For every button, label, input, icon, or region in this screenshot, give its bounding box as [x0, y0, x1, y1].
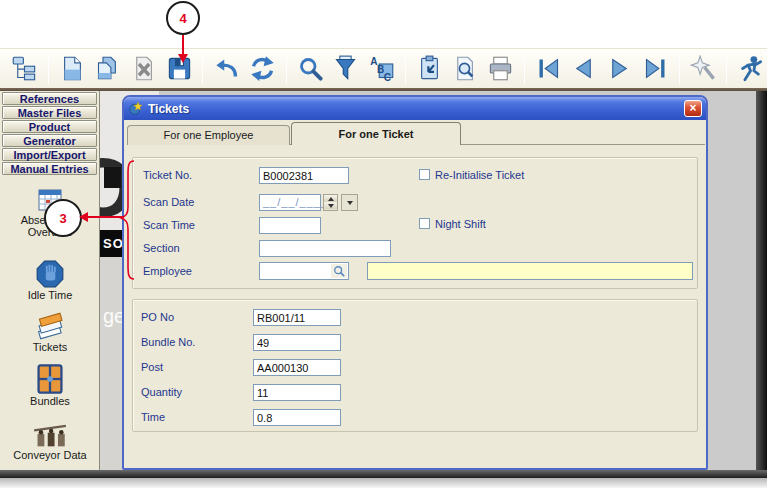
callout-4-arrow-line	[182, 35, 184, 55]
nav-last-button[interactable]	[639, 52, 672, 86]
run-button[interactable]	[734, 52, 767, 86]
print-button[interactable]	[484, 52, 517, 86]
scan-date-dropdown-button[interactable]	[341, 194, 358, 211]
sidebar-nav-import-export[interactable]: Import/Export	[2, 148, 97, 161]
sidebar-item-idle-time[interactable]: Idle Time	[0, 259, 100, 301]
ticket-no-input[interactable]	[259, 167, 349, 184]
toolbar-separator	[726, 54, 727, 84]
refresh-icon	[249, 55, 276, 82]
new-document-button[interactable]	[56, 52, 89, 86]
scan-date-spinner[interactable]	[323, 194, 338, 211]
import-icon	[416, 55, 443, 82]
re-initialise-checkbox[interactable]	[419, 169, 430, 180]
chevron-down-icon	[347, 201, 353, 205]
sidebar-item-label: Idle Time	[0, 289, 100, 301]
nav-previous-button[interactable]	[568, 52, 601, 86]
svg-text:C: C	[384, 72, 392, 82]
tickets-dialog: Tickets × For one Employee For one Ticke…	[122, 95, 708, 470]
sidebar-nav-generator[interactable]: Generator	[2, 134, 97, 147]
night-shift-checkbox[interactable]	[419, 218, 430, 229]
scan-date-label: Scan Date	[143, 196, 194, 208]
sidebar-item-label: Bundles	[0, 395, 100, 407]
sidebar-nav-master-files[interactable]: Master Files	[2, 106, 97, 119]
close-button[interactable]: ×	[684, 100, 702, 117]
toolbar-separator	[286, 54, 287, 84]
tree-button[interactable]	[8, 52, 41, 86]
dialog-title: Tickets	[148, 102, 189, 116]
post-input[interactable]	[253, 359, 341, 376]
employee-input[interactable]	[259, 262, 349, 280]
sidebar-nav-product[interactable]: Product	[2, 120, 97, 133]
callout-4-arrowhead-icon	[178, 54, 188, 63]
sidebar-nav-manual-entries[interactable]: Manual Entries	[2, 162, 97, 175]
toolbar-separator	[48, 54, 49, 84]
new-document-icon	[59, 55, 86, 82]
nav-next-button[interactable]	[603, 52, 636, 86]
sidebar-item-conveyor-data[interactable]: Conveyor Data	[0, 421, 100, 461]
search-button[interactable]	[294, 52, 327, 86]
spin-down-icon[interactable]	[324, 202, 337, 209]
night-shift-label: Night Shift	[435, 218, 486, 230]
nav-previous-icon	[570, 55, 597, 82]
sidebar-nav-references[interactable]: References	[2, 92, 97, 105]
employee-lookup-button[interactable]	[331, 264, 347, 278]
refresh-button[interactable]	[246, 52, 279, 86]
ticket-header-group: Ticket No. Re-Initialise Ticket Scan Dat…	[132, 157, 698, 289]
filter-button[interactable]	[330, 52, 363, 86]
ticket-no-label: Ticket No.	[143, 169, 192, 181]
post-label: Post	[141, 361, 163, 373]
toolbar: ABC	[0, 48, 767, 88]
po-no-label: PO No	[141, 311, 174, 323]
idle-time-icon	[35, 259, 65, 289]
delete-document-button[interactable]	[127, 52, 160, 86]
time-input[interactable]	[253, 409, 341, 426]
wand-button[interactable]	[687, 52, 720, 86]
search-icon	[333, 265, 345, 277]
toolbar-separator	[524, 54, 525, 84]
section-combo[interactable]	[259, 240, 391, 257]
scan-time-combo[interactable]	[259, 217, 321, 234]
po-no-input[interactable]	[253, 309, 341, 326]
quantity-input[interactable]	[253, 384, 341, 401]
callout-circle-4: 4	[166, 1, 200, 35]
delete-document-icon	[130, 55, 157, 82]
callout-brace	[119, 159, 137, 281]
print-icon	[487, 55, 514, 82]
scan-time-label: Scan Time	[143, 219, 195, 231]
nav-first-button[interactable]	[532, 52, 565, 86]
sidebar-item-tickets[interactable]: Tickets	[0, 309, 100, 353]
import-button[interactable]	[413, 52, 446, 86]
run-icon	[737, 55, 764, 82]
toolbar-separator	[202, 54, 203, 84]
employee-name-field[interactable]	[367, 262, 693, 280]
window-bottom-edge	[0, 470, 767, 478]
tickets-icon	[33, 309, 67, 341]
toolbar-separator	[679, 54, 680, 84]
conveyor-icon	[33, 421, 67, 449]
search-icon	[297, 55, 324, 82]
ticket-detail-group: PO No Bundle No. Post Quantity Time	[132, 299, 698, 432]
print-preview-button[interactable]	[449, 52, 482, 86]
tab-for-one-employee[interactable]: For one Employee	[127, 125, 290, 145]
dialog-titlebar[interactable]: Tickets ×	[124, 97, 706, 120]
undo-button[interactable]	[210, 52, 243, 86]
tree-icon	[11, 55, 38, 82]
wand-icon	[690, 55, 717, 82]
sort-abc-button[interactable]: ABC	[365, 52, 398, 86]
spin-up-icon[interactable]	[324, 195, 337, 202]
tabstrip: For one Employee For one Ticket	[127, 123, 705, 145]
tab-for-one-ticket[interactable]: For one Ticket	[291, 122, 461, 145]
sidebar-item-label: Tickets	[0, 341, 100, 353]
bundle-no-input[interactable]	[253, 334, 341, 351]
section-label: Section	[143, 242, 180, 254]
scan-date-input[interactable]: __/__/____	[259, 194, 321, 211]
copy-button[interactable]	[91, 52, 124, 86]
time-label: Time	[141, 411, 165, 423]
window-divider	[0, 88, 767, 91]
callout-circle-3: 3	[44, 199, 82, 237]
sidebar-item-bundles[interactable]: Bundles	[0, 363, 100, 407]
nav-next-icon	[606, 55, 633, 82]
window-shadow	[0, 478, 767, 488]
sort-abc-icon: ABC	[368, 55, 395, 82]
sidebar: References Master Files Product Generato…	[0, 91, 100, 470]
